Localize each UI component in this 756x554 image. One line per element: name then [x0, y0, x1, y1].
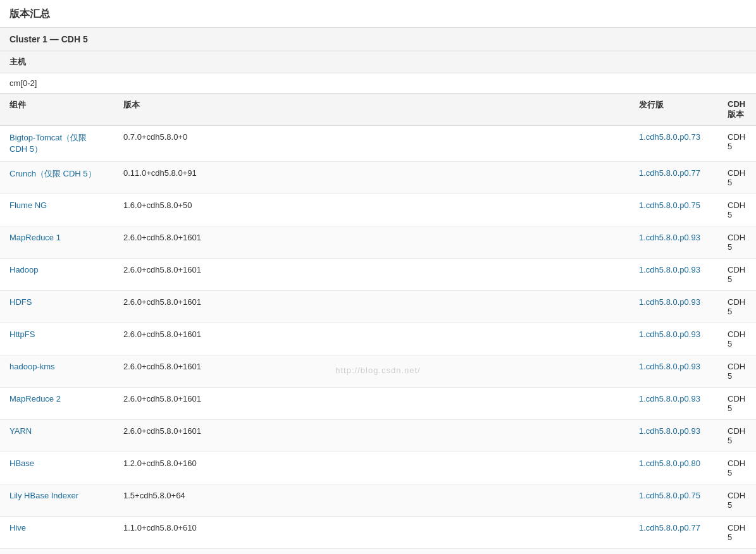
cell-cdh: CDH 5	[718, 549, 756, 555]
cell-release[interactable]: 1.cdh5.8.0.p0.77	[629, 517, 718, 549]
table-row: Lily HBase Indexer1.5+cdh5.8.0+641.cdh5.…	[0, 484, 756, 517]
cell-release[interactable]: 1.cdh5.8.0.p0.75	[629, 484, 718, 517]
cell-component[interactable]: hadoop-kms	[0, 355, 114, 388]
table-row: Hive1.1.0+cdh5.8.0+6101.cdh5.8.0.p0.77CD…	[0, 517, 756, 549]
table-row: HDFS2.6.0+cdh5.8.0+16011.cdh5.8.0.p0.93C…	[0, 291, 756, 323]
table-row: MapReduce 12.6.0+cdh5.8.0+16011.cdh5.8.0…	[0, 226, 756, 259]
cell-release[interactable]: 1.cdh5.8.0.p0.93	[629, 323, 718, 355]
cell-cdh: CDH 5	[718, 452, 756, 484]
cell-release[interactable]: 1.cdh5.8.0.p0.93	[629, 291, 718, 323]
table-row: Hadoop2.6.0+cdh5.8.0+16011.cdh5.8.0.p0.9…	[0, 259, 756, 291]
cell-release[interactable]: 1.cdh5.8.0.p0.93	[629, 226, 718, 259]
cell-component[interactable]: Flume NG	[0, 194, 114, 226]
cell-cdh: CDH 5	[718, 484, 756, 517]
cell-release[interactable]: 1.cdh5.8.0.p0.93	[629, 420, 718, 452]
cell-cdh: CDH 5	[718, 162, 756, 194]
cell-release[interactable]: 1.cdh5.8.0.p0.93	[629, 355, 718, 388]
table-row: Bigtop-Tomcat（仅限 CDH 5）0.7.0+cdh5.8.0+01…	[0, 126, 756, 162]
cell-component[interactable]: Hadoop	[0, 259, 114, 291]
table-row: MapReduce 22.6.0+cdh5.8.0+16011.cdh5.8.0…	[0, 388, 756, 420]
table-row: HCatalog1.1.0+cdh5.8.0+6101.cdh5.8.0.p0.…	[0, 549, 756, 555]
cell-release[interactable]: 1.cdh5.8.0.p0.77	[629, 549, 718, 555]
cell-version: 1.1.0+cdh5.8.0+610	[114, 549, 629, 555]
cell-component[interactable]: HBase	[0, 452, 114, 484]
cell-component[interactable]: MapReduce 2	[0, 388, 114, 420]
cell-version: 1.5+cdh5.8.0+64	[114, 484, 629, 517]
cell-component[interactable]: YARN	[0, 420, 114, 452]
cell-component[interactable]: HDFS	[0, 291, 114, 323]
header-cdh: CDH 版本	[718, 94, 756, 126]
cell-cdh: CDH 5	[718, 126, 756, 162]
cell-version: 2.6.0+cdh5.8.0+1601	[114, 388, 629, 420]
cell-component[interactable]: Bigtop-Tomcat（仅限 CDH 5）	[0, 126, 114, 162]
cell-release[interactable]: 1.cdh5.8.0.p0.75	[629, 194, 718, 226]
cell-version: 2.6.0+cdh5.8.0+1601	[114, 420, 629, 452]
cell-release[interactable]: 1.cdh5.8.0.p0.93	[629, 388, 718, 420]
table-row: hadoop-kms2.6.0+cdh5.8.0+16011.cdh5.8.0.…	[0, 355, 756, 388]
header-release: 发行版	[629, 94, 718, 126]
table-row: HBase1.2.0+cdh5.8.0+1601.cdh5.8.0.p0.80C…	[0, 452, 756, 484]
cell-component[interactable]: Lily HBase Indexer	[0, 484, 114, 517]
cell-version: 1.2.0+cdh5.8.0+160	[114, 452, 629, 484]
table-row: Flume NG1.6.0+cdh5.8.0+501.cdh5.8.0.p0.7…	[0, 194, 756, 226]
cell-component[interactable]: HttpFS	[0, 323, 114, 355]
cell-cdh: CDH 5	[718, 194, 756, 226]
cell-version: 2.6.0+cdh5.8.0+1601	[114, 323, 629, 355]
cell-cdh: CDH 5	[718, 323, 756, 355]
cell-version: 0.11.0+cdh5.8.0+91	[114, 162, 629, 194]
cell-cdh: CDH 5	[718, 259, 756, 291]
table-row: Crunch（仅限 CDH 5）0.11.0+cdh5.8.0+911.cdh5…	[0, 162, 756, 194]
cell-version: 2.6.0+cdh5.8.0+1601	[114, 291, 629, 323]
cell-component[interactable]: MapReduce 1	[0, 226, 114, 259]
cell-cdh: CDH 5	[718, 420, 756, 452]
cell-version: 2.6.0+cdh5.8.0+1601	[114, 226, 629, 259]
cell-component[interactable]: HCatalog	[0, 549, 114, 555]
cell-version: 1.6.0+cdh5.8.0+50	[114, 194, 629, 226]
cell-cdh: CDH 5	[718, 226, 756, 259]
cell-release[interactable]: 1.cdh5.8.0.p0.77	[629, 162, 718, 194]
cell-cdh: CDH 5	[718, 291, 756, 323]
page-title: 版本汇总	[0, 0, 756, 28]
cell-release[interactable]: 1.cdh5.8.0.p0.93	[629, 259, 718, 291]
cell-cdh: CDH 5	[718, 388, 756, 420]
cell-version: 0.7.0+cdh5.8.0+0	[114, 126, 629, 162]
cell-version: 2.6.0+cdh5.8.0+1601	[114, 259, 629, 291]
header-component: 组件	[0, 94, 114, 126]
cell-release[interactable]: 1.cdh5.8.0.p0.73	[629, 126, 718, 162]
table-row: HttpFS2.6.0+cdh5.8.0+16011.cdh5.8.0.p0.9…	[0, 323, 756, 355]
hosts-value: cm[0-2]	[0, 73, 756, 94]
hosts-section-header: 主机	[0, 51, 756, 73]
cluster-header: Cluster 1 — CDH 5	[0, 28, 756, 51]
cell-component[interactable]: Hive	[0, 517, 114, 549]
cell-component[interactable]: Crunch（仅限 CDH 5）	[0, 162, 114, 194]
components-table: 组件 版本 发行版 CDH 版本 Bigtop-Tomcat（仅限 CDH 5）…	[0, 94, 756, 554]
table-row: YARN2.6.0+cdh5.8.0+16011.cdh5.8.0.p0.93C…	[0, 420, 756, 452]
cell-version: 1.1.0+cdh5.8.0+610	[114, 517, 629, 549]
cell-version: 2.6.0+cdh5.8.0+1601	[114, 355, 629, 388]
cell-cdh: CDH 5	[718, 355, 756, 388]
cell-release[interactable]: 1.cdh5.8.0.p0.80	[629, 452, 718, 484]
cell-cdh: CDH 5	[718, 517, 756, 549]
header-version: 版本	[114, 94, 629, 126]
